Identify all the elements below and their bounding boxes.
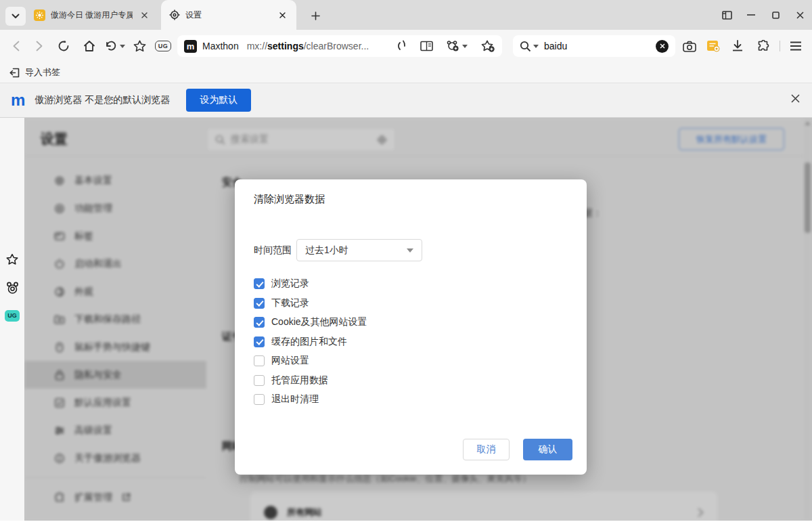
checkbox-browsing-history[interactable]: 浏览记录 xyxy=(254,274,367,294)
forward-button[interactable] xyxy=(28,30,50,62)
checkbox-hosted-app-data[interactable]: 托管应用数据 xyxy=(254,371,367,391)
search-box[interactable]: baidu xyxy=(513,35,675,57)
tab-settings[interactable]: 设置 xyxy=(161,0,296,30)
import-bookmarks-icon xyxy=(9,68,20,78)
read-aloud-icon[interactable] xyxy=(396,40,407,52)
clear-data-checklist: 浏览记录 下载记录 Cookie及其他网站设置 缓存的图片和文件 网站设置 xyxy=(254,274,367,410)
new-tab-button[interactable] xyxy=(306,8,325,23)
side-rail: UG xyxy=(0,118,24,521)
checkbox-download-history[interactable]: 下载记录 xyxy=(254,294,367,313)
ug-badge[interactable]: UG xyxy=(5,308,20,323)
screenshot-camera-icon[interactable] xyxy=(679,30,700,62)
collect-to-maxnote-icon[interactable] xyxy=(447,40,468,52)
checkbox[interactable] xyxy=(254,298,265,309)
search-input[interactable]: baidu xyxy=(544,41,656,51)
today-tab-favicon xyxy=(34,9,45,21)
checkbox[interactable] xyxy=(254,278,265,289)
confirm-button[interactable]: 确认 xyxy=(523,439,572,460)
checkbox-cached-files[interactable]: 缓存的图片和文件 xyxy=(254,332,367,352)
chevron-down-icon xyxy=(407,248,413,253)
favorites-star-button[interactable] xyxy=(129,30,150,62)
checkbox[interactable] xyxy=(254,394,265,405)
checkbox[interactable] xyxy=(254,355,265,366)
checkbox[interactable] xyxy=(254,317,265,328)
set-default-button[interactable]: 设为默认 xyxy=(186,89,251,112)
reload-button[interactable] xyxy=(53,30,74,62)
dialog-title: 清除浏览器数据 xyxy=(254,193,325,206)
undo-dropdown-caret[interactable] xyxy=(120,45,125,48)
settings-gear-icon xyxy=(169,9,180,20)
downloads-icon[interactable] xyxy=(727,30,748,62)
minimize-button[interactable] xyxy=(739,0,763,30)
boss-panel-icon[interactable] xyxy=(715,0,739,30)
add-bookmark-star-icon[interactable] xyxy=(481,40,495,53)
clear-search-icon[interactable] xyxy=(656,40,669,53)
tab-close-icon[interactable] xyxy=(138,9,150,21)
favorites-star-icon[interactable] xyxy=(5,252,20,267)
ug-mode-button[interactable]: UG xyxy=(150,30,176,62)
tab-title: 设置 xyxy=(185,9,271,21)
toolbar: UG m Maxthon mx://settings/clearBrowser.… xyxy=(0,30,812,62)
maxnote-icon[interactable] xyxy=(702,30,724,62)
undo-button[interactable] xyxy=(102,30,129,62)
main-area: UG 设置 搜索设置 恢复所有默认设置 基本设置 功能管理 xyxy=(0,118,812,521)
maxnote-bee-icon[interactable] xyxy=(5,280,20,295)
checkbox[interactable] xyxy=(254,375,265,386)
default-browser-notification: m 傲游浏览器 不是您的默认浏览器 设为默认 xyxy=(0,83,812,118)
tab-close-icon[interactable] xyxy=(276,9,288,21)
bookmarks-bar: 导入书签 xyxy=(0,62,812,83)
extensions-puzzle-icon[interactable] xyxy=(752,30,774,62)
maximize-button[interactable] xyxy=(763,0,788,30)
checkbox-clear-on-exit[interactable]: 退出时清理 xyxy=(254,390,367,410)
time-range-label: 时间范围 xyxy=(254,244,292,257)
checkbox-cookies[interactable]: Cookie及其他网站设置 xyxy=(254,313,367,332)
brand-label: Maxthon xyxy=(202,41,239,51)
reader-mode-icon[interactable] xyxy=(420,41,433,51)
maxthon-logo-icon: m xyxy=(11,93,25,107)
import-bookmarks-button[interactable]: 导入书签 xyxy=(25,66,60,79)
tab-title: 傲游今日 傲游用户专属 xyxy=(51,9,133,21)
toolbar-divider xyxy=(780,41,780,51)
tab-bar: 傲游今日 傲游用户专属 设置 xyxy=(0,0,812,30)
cancel-button[interactable]: 取消 xyxy=(463,439,510,460)
address-bar[interactable]: m Maxthon mx://settings/clearBrowser... xyxy=(177,35,502,57)
time-range-select[interactable]: 过去1小时 xyxy=(296,239,422,261)
url-text[interactable]: mx://settings/clearBrowser... xyxy=(247,41,390,51)
close-window-button[interactable] xyxy=(788,0,812,30)
tab-list-dropdown-button[interactable] xyxy=(5,7,26,26)
checkbox[interactable] xyxy=(254,336,265,347)
back-button[interactable] xyxy=(5,30,27,62)
checkbox-site-settings[interactable]: 网站设置 xyxy=(254,351,367,371)
main-menu-icon[interactable] xyxy=(785,30,807,62)
home-button[interactable] xyxy=(78,30,100,62)
search-engine-icon[interactable] xyxy=(520,41,539,52)
maxthon-logo-icon: m xyxy=(184,40,197,53)
notification-message: 傲游浏览器 不是您的默认浏览器 xyxy=(35,94,170,106)
tab-maxthon-today[interactable]: 傲游今日 傲游用户专属 xyxy=(27,0,157,30)
clear-browser-data-dialog: 清除浏览器数据 时间范围 过去1小时 浏览记录 下载记录 Cookie及其他网站… xyxy=(235,179,587,475)
notification-close-icon[interactable] xyxy=(791,94,800,103)
